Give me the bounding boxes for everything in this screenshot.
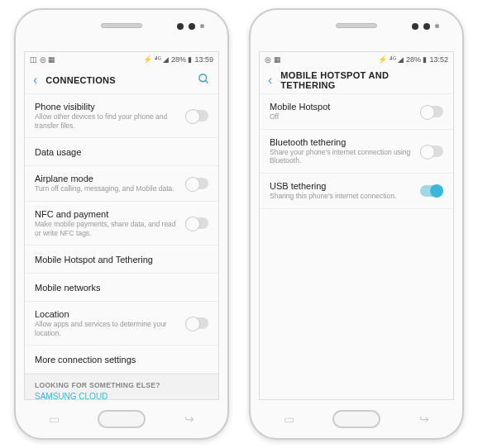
item-usb-tethering[interactable]: USB tethering Sharing this phone's inter…: [260, 174, 453, 209]
page-title: MOBILE HOTSPOT AND TETHERING: [280, 70, 445, 90]
back-button[interactable]: ‹: [33, 73, 37, 88]
status-bar: ◫ ◎ ▦ ⚡ ⁴ᴳ ◢ 28% ▮ 13:59: [25, 52, 218, 66]
header-bar: ‹ CONNECTIONS: [25, 66, 218, 94]
toggle-nfc[interactable]: [185, 217, 208, 229]
phone-left: ◫ ◎ ▦ ⚡ ⁴ᴳ ◢ 28% ▮ 13:59 ‹ CONNECTIONS P…: [14, 8, 229, 440]
item-title: USB tethering: [270, 181, 413, 191]
item-mobile-networks[interactable]: Mobile networks: [25, 274, 218, 302]
screen: ◫ ◎ ▦ ⚡ ⁴ᴳ ◢ 28% ▮ 13:59 ‹ CONNECTIONS P…: [24, 51, 219, 400]
back-button[interactable]: ‹: [268, 73, 272, 88]
item-sub: Allow apps and services to determine you…: [35, 320, 179, 337]
phone-right: ◎ ▦ ⚡ ⁴ᴳ ◢ 28% ▮ 13:52 ‹ MOBILE HOTSPOT …: [249, 8, 464, 440]
footer-label: LOOKING FOR SOMETHING ELSE?: [35, 381, 208, 389]
item-bluetooth-tethering[interactable]: Bluetooth tethering Share your phone's i…: [260, 130, 453, 174]
item-title: Phone visibility: [35, 102, 179, 112]
item-title: More connection settings: [35, 355, 202, 365]
phone-bezel-bottom: ▭ ↪: [16, 400, 227, 438]
home-button[interactable]: [98, 410, 146, 428]
svg-line-1: [205, 80, 208, 83]
page-title: CONNECTIONS: [45, 75, 198, 85]
item-airplane-mode[interactable]: Airplane mode Turn off calling, messagin…: [25, 166, 218, 202]
status-right-icons: ⚡ ⁴ᴳ ◢ 28% ▮: [378, 55, 427, 64]
item-sub: Allow other devices to find your phone a…: [35, 112, 179, 130]
item-sub: Off: [270, 112, 413, 122]
item-title: NFC and payment: [35, 209, 179, 219]
sensors: [177, 23, 204, 30]
phone-bezel-top: [251, 10, 462, 51]
back-hw-button[interactable]: ↪: [419, 412, 429, 426]
toggle-phone-visibility[interactable]: [185, 110, 208, 122]
item-title: Data usage: [35, 147, 202, 157]
toggle-mobile-hotspot[interactable]: [420, 106, 443, 117]
header-bar: ‹ MOBILE HOTSPOT AND TETHERING: [260, 66, 453, 94]
item-phone-visibility[interactable]: Phone visibility Allow other devices to …: [25, 94, 218, 138]
back-hw-button[interactable]: ↪: [184, 412, 194, 426]
status-left-icons: ◫ ◎ ▦: [30, 55, 55, 64]
item-title: Mobile Hotspot and Tethering: [35, 255, 202, 265]
footer-section: LOOKING FOR SOMETHING ELSE? SAMSUNG CLOU…: [25, 374, 218, 399]
status-bar: ◎ ▦ ⚡ ⁴ᴳ ◢ 28% ▮ 13:52: [260, 52, 453, 66]
item-sub: Make mobile payments, share data, and re…: [35, 220, 179, 237]
item-sub: Share your phone's internet connection u…: [270, 148, 413, 165]
toggle-airplane-mode[interactable]: [185, 178, 208, 189]
svg-point-0: [199, 74, 207, 81]
item-title: Bluetooth tethering: [270, 137, 413, 147]
item-location[interactable]: Location Allow apps and services to dete…: [25, 302, 218, 346]
status-time: 13:52: [429, 55, 448, 64]
speaker-grill: [101, 23, 142, 28]
item-sub: Turn off calling, messaging, and Mobile …: [35, 184, 179, 193]
item-title: Location: [35, 309, 179, 319]
search-icon[interactable]: [198, 73, 210, 88]
phone-bezel-top: [16, 10, 227, 51]
status-left-icons: ◎ ▦: [265, 55, 281, 64]
item-sub: Sharing this phone's internet connection…: [270, 192, 413, 201]
item-title: Airplane mode: [35, 174, 179, 183]
settings-list[interactable]: Phone visibility Allow other devices to …: [25, 94, 218, 399]
status-right: ⚡ ⁴ᴳ ◢ 28% ▮ 13:59: [143, 55, 213, 64]
toggle-location[interactable]: [185, 317, 208, 329]
item-title: Mobile networks: [35, 283, 202, 293]
item-nfc-payment[interactable]: NFC and payment Make mobile payments, sh…: [25, 202, 218, 245]
item-title: Mobile Hotspot: [270, 102, 413, 112]
speaker-grill: [336, 23, 377, 28]
footer-link-samsung-cloud[interactable]: SAMSUNG CLOUD: [35, 392, 208, 399]
item-more-settings[interactable]: More connection settings: [25, 346, 218, 374]
recents-button[interactable]: ▭: [284, 412, 294, 426]
phone-bezel-bottom: ▭ ↪: [251, 400, 462, 438]
home-button[interactable]: [332, 410, 380, 428]
item-data-usage[interactable]: Data usage: [25, 138, 218, 166]
item-mobile-hotspot[interactable]: Mobile Hotspot Off: [260, 94, 453, 130]
toggle-usb-tethering[interactable]: [420, 185, 443, 197]
toggle-bluetooth-tethering[interactable]: [420, 145, 443, 157]
status-right: ⚡ ⁴ᴳ ◢ 28% ▮ 13:52: [378, 55, 448, 64]
status-time: 13:59: [194, 55, 213, 64]
settings-list[interactable]: Mobile Hotspot Off Bluetooth tethering S…: [260, 94, 453, 399]
item-hotspot-tethering[interactable]: Mobile Hotspot and Tethering: [25, 245, 218, 274]
sensors: [412, 23, 439, 30]
screen: ◎ ▦ ⚡ ⁴ᴳ ◢ 28% ▮ 13:52 ‹ MOBILE HOTSPOT …: [259, 51, 454, 400]
recents-button[interactable]: ▭: [49, 412, 60, 426]
status-right-icons: ⚡ ⁴ᴳ ◢ 28% ▮: [143, 55, 192, 64]
